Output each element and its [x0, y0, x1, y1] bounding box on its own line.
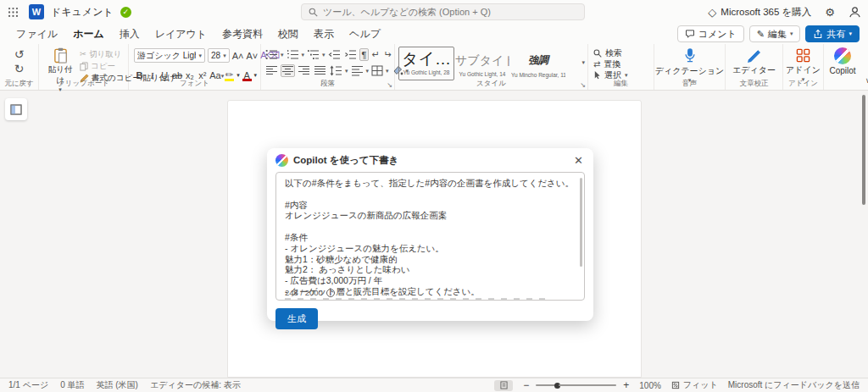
ribbon-right-actions: コメント ✎ 編集 ▾ 共有 ▾ — [677, 25, 860, 42]
word-logo-icon[interactable]: W — [29, 4, 44, 19]
line-spacing-button[interactable] — [329, 64, 343, 77]
prompt-line: #内容 — [285, 200, 572, 211]
numbered-list-button[interactable] — [286, 48, 300, 61]
chevron-down-icon[interactable]: ▾ — [281, 52, 284, 58]
word-count[interactable]: 0 単語 — [60, 379, 84, 391]
chevron-down-icon[interactable]: ▾ — [366, 68, 370, 75]
tab-file[interactable]: ファイル — [8, 24, 65, 45]
settings-gear-icon[interactable]: ⚙ — [825, 6, 835, 19]
chevron-down-icon[interactable]: ▾ — [386, 68, 389, 75]
formatting-marks-toggle[interactable]: ¶ — [359, 48, 370, 61]
prompt-line: - 広告費は3,000万円 / 年 — [285, 275, 572, 286]
tab-review[interactable]: 校閲 — [270, 24, 306, 45]
chevron-down-icon: ▾ — [198, 52, 202, 59]
paragraph-spacing-button[interactable] — [350, 64, 364, 77]
increase-indent-button[interactable] — [343, 48, 358, 61]
dialog-title: Copilot を使って下書き — [293, 154, 567, 167]
tab-view[interactable]: 表示 — [306, 24, 342, 45]
generate-button[interactable]: 生成 — [275, 308, 318, 329]
search-icon — [309, 8, 318, 17]
font-size-select[interactable]: 28 ▾ — [208, 48, 230, 63]
buy-microsoft365-button[interactable]: ◇ Microsoft 365 を購入 — [708, 6, 811, 19]
replace-button[interactable]: ⇄ 置換 — [588, 58, 654, 69]
paragraph-dialog-launcher[interactable]: ↘ — [387, 81, 392, 89]
shrink-font-button[interactable]: A˅ — [246, 51, 258, 61]
tab-layout[interactable]: レイアウト — [147, 24, 214, 45]
align-center-button[interactable] — [281, 64, 295, 77]
style-emphasis[interactable]: 強調 Yu Mincho Regular, 11 — [510, 47, 566, 80]
close-icon[interactable]: ✕ — [572, 154, 585, 167]
topbar-right-actions: ◇ Microsoft 365 を購入 ⚙ — [708, 0, 861, 24]
zoom-slider: − + — [523, 379, 629, 391]
chevron-down-icon[interactable]: ▾ — [254, 72, 258, 79]
justify-button[interactable] — [313, 64, 327, 77]
copilot-button[interactable]: Copilot — [824, 47, 861, 75]
reading-view-icon — [500, 381, 508, 389]
account-person-icon[interactable] — [849, 6, 861, 19]
navigation-pane-toggle[interactable] — [5, 98, 27, 120]
clipped-text-line — [285, 298, 549, 301]
chevron-down-icon[interactable]: ▾ — [345, 68, 348, 75]
character-count: 248 / 2000 i — [285, 288, 335, 297]
chevron-down-icon[interactable]: ▾ — [302, 52, 305, 58]
zoom-in-button[interactable]: + — [623, 379, 629, 391]
zoom-level[interactable]: 100% — [639, 381, 661, 390]
page-count[interactable]: 1/1 ページ — [8, 379, 48, 391]
search-input[interactable]: ツール、ヘルプなどの検索 (Option + Q) — [301, 3, 585, 20]
document-canvas: Copilot を使って下書き ✕ 以下の#条件をまもって、指定した#内容の企画… — [0, 91, 868, 378]
ltr-paragraph-button[interactable]: ↵ — [370, 48, 381, 61]
textarea-scrollbar[interactable] — [580, 178, 582, 267]
prompt-textarea[interactable]: 以下の#条件をまもって、指定した#内容の企画書を作成してください。 #内容オレン… — [275, 172, 585, 301]
tab-help[interactable]: ヘルプ — [342, 24, 388, 45]
ribbon-toolbar: ↺ ↻ 元に戻す 貼り付け ▾ ✂ 切り取り コピー 書式のコピー/貼り付け ク… — [0, 44, 868, 91]
rtl-paragraph-button[interactable]: ↵ — [382, 48, 392, 61]
decrease-indent-button[interactable] — [327, 48, 342, 61]
chevron-down-icon: ▾ — [849, 30, 852, 37]
multilevel-list-button[interactable] — [306, 48, 320, 61]
prompt-line — [285, 189, 572, 200]
comments-button[interactable]: コメント — [677, 25, 744, 42]
tab-home[interactable]: ホーム — [65, 24, 112, 45]
zoom-out-button[interactable]: − — [523, 379, 529, 391]
styles-gallery-chevron-icon[interactable]: ▾ — [581, 59, 585, 66]
share-button[interactable]: 共有 ▾ — [805, 25, 860, 42]
fit-to-page-button[interactable]: フィット — [671, 379, 718, 391]
language-indicator[interactable]: 英語 (米国) — [97, 379, 138, 391]
borders-button[interactable] — [370, 64, 384, 77]
bullet-list-button[interactable] — [264, 48, 279, 61]
top-app-bar: W ドキュメント ✓ ツール、ヘルプなどの検索 (Option + Q) ◇ M… — [0, 0, 868, 24]
app-launcher-icon[interactable] — [0, 0, 25, 24]
tab-insert[interactable]: 挿入 — [112, 24, 147, 45]
voice-group: ディクテーション ▾ 音声 — [654, 44, 726, 90]
editing-group: 検索 ⇄ 置換 選択 ▾ 編集 — [588, 44, 654, 90]
styles-dialog-launcher[interactable]: ↘ — [580, 81, 586, 89]
tab-references[interactable]: 参考資料 — [214, 24, 270, 45]
clipboard-icon — [53, 47, 68, 63]
grow-font-button[interactable]: A˄ — [232, 51, 244, 61]
style-subtitle[interactable]: サブタイトル Yu Gothic Light, 14 — [454, 47, 510, 80]
font-family-select[interactable]: 游ゴシック Light ▾ — [134, 48, 205, 63]
redo-button[interactable]: ↻ — [0, 62, 38, 76]
vertical-scrollbar-thumb[interactable] — [862, 95, 865, 205]
editor-button[interactable]: エディター — [726, 47, 782, 76]
editing-mode-button[interactable]: ✎ 編集 ▾ — [749, 25, 801, 42]
send-feedback-link[interactable]: Microsoft にフィードバックを送信 — [728, 379, 860, 391]
align-right-button[interactable] — [297, 64, 311, 77]
chevron-down-icon[interactable]: ▾ — [322, 52, 326, 58]
document-title[interactable]: ドキュメント — [51, 5, 114, 19]
view-mode-button[interactable] — [494, 380, 513, 391]
addins-button[interactable]: アドイン ▾ — [783, 47, 823, 83]
style-title[interactable]: タイ… Yu Gothic Light, 28 — [398, 47, 454, 80]
chevron-down-icon: ▾ — [625, 72, 628, 79]
chevron-down-icon[interactable]: ▾ — [236, 72, 240, 79]
undo-button[interactable]: ↺ — [0, 47, 38, 62]
info-icon[interactable]: i — [326, 289, 335, 297]
align-left-button[interactable] — [264, 64, 279, 77]
saved-status-icon[interactable]: ✓ — [120, 7, 131, 18]
status-bar: 1/1 ページ 0 単語 英語 (米国) エディターの候補: 表示 − + 10… — [0, 378, 868, 392]
editor-pencil-icon — [747, 48, 762, 63]
sidebar-pane-icon — [10, 104, 22, 115]
editor-suggestions[interactable]: エディターの候補: 表示 — [150, 379, 241, 391]
find-button[interactable]: 検索 — [588, 47, 654, 58]
ribbon-collapse-chevron[interactable]: ∨ — [861, 44, 868, 90]
